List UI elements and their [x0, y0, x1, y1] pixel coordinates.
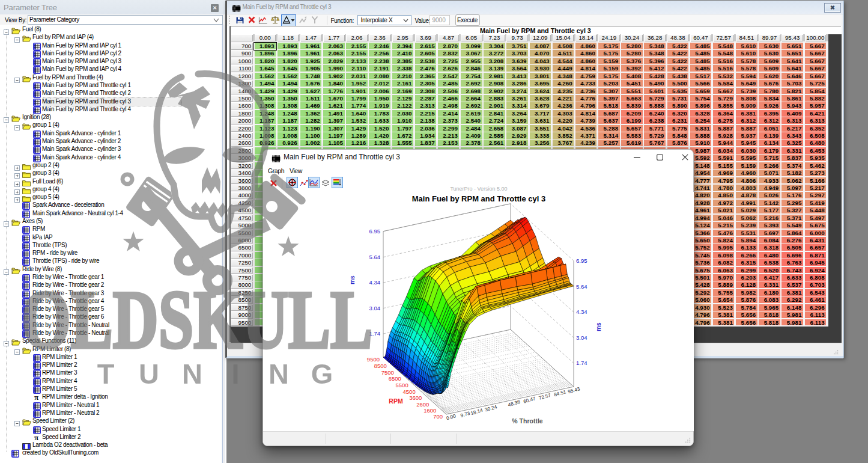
svg-text:π: π: [34, 393, 38, 400]
svg-text:8500: 8500: [374, 363, 387, 369]
svg-text:5.64: 5.64: [369, 254, 381, 260]
svg-text:700: 700: [433, 413, 443, 420]
svg-text:% Throttle: % Throttle: [512, 417, 542, 425]
svg-text:1.74: 1.74: [576, 360, 587, 366]
svg-text:ms: ms: [595, 322, 602, 331]
svg-text:4.34: 4.34: [576, 308, 587, 315]
svg-text:6.95: 6.95: [369, 228, 381, 235]
svg-text:7500: 7500: [381, 369, 394, 376]
svg-text:5.64: 5.64: [576, 283, 587, 290]
svg-text:3.04: 3.04: [369, 305, 381, 311]
svg-text:9500: 9500: [367, 356, 380, 363]
svg-text:4.34: 4.34: [369, 279, 381, 286]
svg-text:0.00: 0.00: [446, 413, 457, 421]
svg-text:4500: 4500: [403, 388, 416, 395]
svg-text:9.73: 9.73: [460, 411, 471, 419]
svg-text:RPM: RPM: [389, 397, 403, 405]
svg-text:6500: 6500: [389, 375, 401, 382]
svg-text:6.95: 6.95: [576, 257, 587, 264]
svg-text:π: π: [34, 434, 38, 441]
svg-text:3600: 3600: [409, 394, 422, 401]
svg-text:I: I: [231, 358, 239, 390]
svg-text:5500: 5500: [396, 382, 408, 388]
svg-text:1600: 1600: [423, 407, 436, 414]
svg-text:1.74: 1.74: [369, 330, 381, 337]
svg-text:ms: ms: [349, 275, 356, 284]
svg-text:2600: 2600: [416, 401, 429, 408]
svg-text:3.04: 3.04: [576, 334, 587, 341]
